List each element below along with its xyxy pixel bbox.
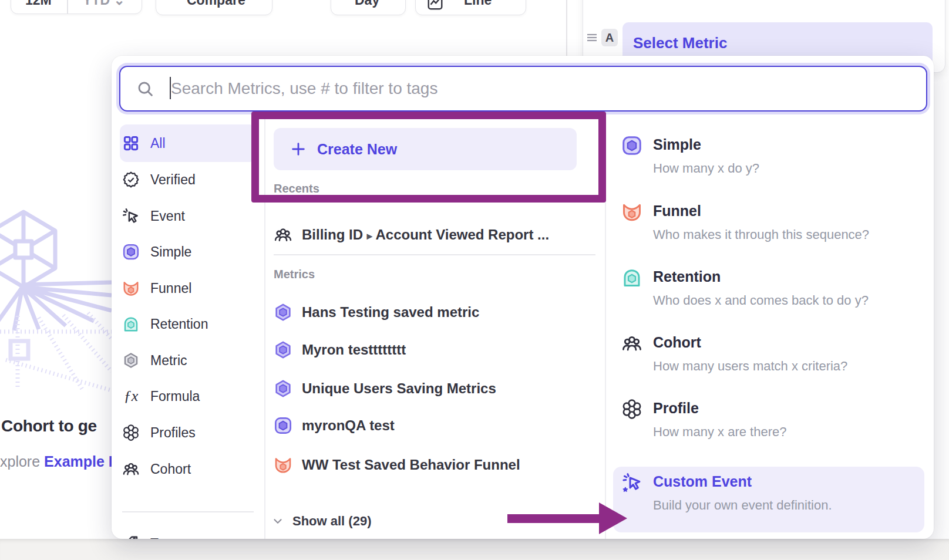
metric-hexagon-icon [274, 303, 292, 322]
example-link[interactable]: Example I [44, 453, 113, 470]
retention-icon [621, 267, 642, 288]
explore-text: xplore [0, 453, 44, 470]
funnel-icon [122, 279, 140, 297]
sidebar-item-retention[interactable]: Retention [122, 308, 255, 340]
annotation-rectangle [251, 112, 606, 203]
simple-icon [621, 135, 642, 156]
line-chart-icon [426, 0, 444, 11]
recent-item-billing[interactable]: Billing ID ▸ Account Viewed Report ... [274, 220, 591, 250]
annotation-arrow-head [599, 502, 627, 534]
tag-icon [122, 535, 140, 539]
profile-icon [621, 399, 642, 420]
chevron-down-icon [271, 515, 284, 528]
background-explore-line: xplore Example I [0, 453, 113, 470]
search-input[interactable] [120, 67, 926, 110]
type-funnel-desc: Who makes it through this sequence? [653, 227, 869, 242]
simple-icon [274, 416, 292, 435]
text-caret [170, 77, 171, 99]
type-retention[interactable]: Retention [653, 268, 721, 285]
cohort-icon [274, 225, 292, 244]
simple-icon [122, 243, 140, 261]
drag-handle-icon[interactable] [586, 31, 598, 45]
type-cohort[interactable]: Cohort [653, 334, 701, 351]
type-profile[interactable]: Profile [653, 400, 699, 417]
type-custom-event[interactable]: Custom Event [653, 473, 752, 490]
compare-button[interactable]: Compare [156, 0, 272, 15]
funnel-icon [621, 201, 642, 222]
sidebar-item-cohort[interactable]: Cohort [122, 453, 255, 485]
metric-list-item[interactable]: myronQA test [274, 410, 591, 441]
metric-list-item[interactable]: Myron testttttttt [274, 335, 591, 365]
metric-list-item[interactable]: WW Test Saved Behavior Funnel [274, 450, 591, 480]
formula-icon: ƒx [122, 387, 140, 405]
metrics-section-label: Metrics [274, 268, 315, 281]
sidebar-item-funnel[interactable]: Funnel [122, 272, 255, 305]
sidebar-item-formula[interactable]: ƒx Formula [122, 380, 255, 413]
sidebar-item-event[interactable]: Event [122, 200, 255, 232]
chart-type-line-button[interactable]: Line [415, 0, 526, 15]
profiles-icon [122, 424, 140, 441]
type-funnel[interactable]: Funnel [653, 203, 701, 220]
page-bottom-strip [0, 539, 949, 560]
sidebar-item-simple[interactable]: Simple [122, 235, 255, 268]
metric-icon [122, 352, 140, 369]
metric-hexagon-icon [274, 340, 292, 359]
type-retention-desc: Who does x and comes back to do y? [653, 293, 869, 308]
metric-list-item[interactable]: Unique Users Saving Metrics [274, 373, 591, 404]
show-all-toggle[interactable]: Show all (29) [271, 507, 447, 535]
verified-icon [122, 171, 140, 188]
segment-divider [67, 0, 68, 14]
type-cohort-desc: How many users match x criteria? [653, 359, 847, 374]
date-range-segment: 12M YTD ⌄ [11, 0, 142, 14]
metric-list-item[interactable]: Hans Testing saved metric [274, 297, 591, 328]
screen: 12M YTD ⌄ Compare Day Line A Select Metr… [0, 0, 949, 560]
recents-divider [274, 254, 595, 255]
annotation-arrow [507, 514, 599, 523]
breadcrumb-arrow: ▸ [367, 230, 372, 242]
type-custom-event-desc: Build your own event definition. [653, 498, 832, 513]
funnel-icon [274, 456, 292, 474]
custom-event-icon [621, 472, 642, 493]
type-simple[interactable]: Simple [653, 136, 701, 153]
series-a-badge: A [601, 29, 618, 46]
sidebar-item-verified[interactable]: Verified [122, 163, 255, 196]
cohort-icon [122, 460, 140, 478]
cohort-icon [621, 333, 642, 354]
type-simple-desc: How many x do y? [653, 161, 759, 176]
sidebar-item-metric[interactable]: Metric [122, 344, 255, 377]
search-field [119, 66, 927, 112]
sidebar-item-profiles[interactable]: Profiles [122, 416, 255, 449]
wireframe-illustration [0, 195, 112, 395]
type-profile-desc: How many x are there? [653, 424, 786, 440]
sidebar-divider [122, 511, 254, 512]
retention-icon [122, 315, 140, 333]
range-12m-button[interactable]: 12M [25, 0, 52, 8]
range-ytd-button[interactable]: YTD ⌄ [83, 0, 125, 8]
background-heading: Cohort to ge [1, 417, 97, 436]
granularity-day-button[interactable]: Day [331, 0, 406, 15]
grid-icon [122, 134, 140, 152]
sidebar-item-all[interactable]: All [122, 127, 255, 160]
sidebar-item-tags[interactable]: Tags [122, 527, 255, 539]
event-icon [122, 207, 140, 225]
metric-hexagon-icon [274, 379, 292, 398]
